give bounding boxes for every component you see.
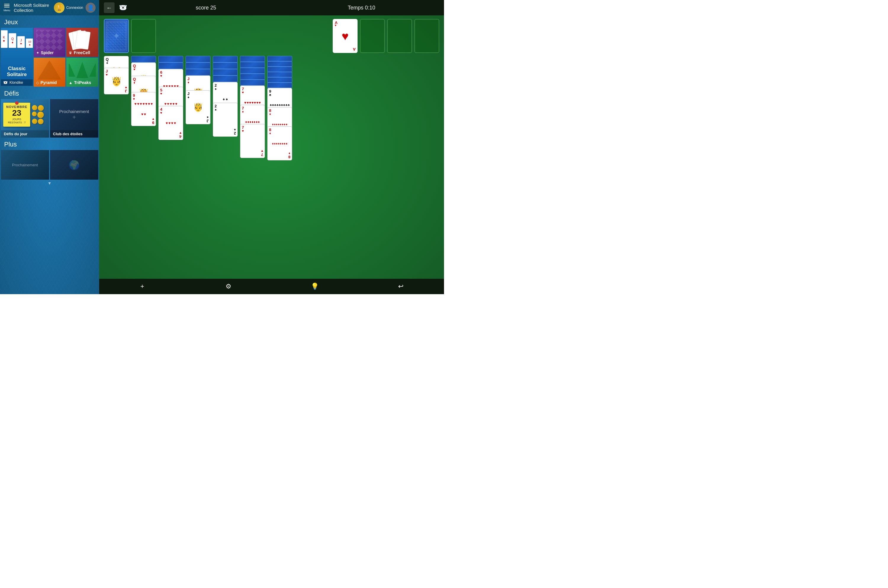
freecell-name-row: ♛ FreeCell — [69, 50, 96, 55]
card-back-col6-3 — [240, 68, 265, 74]
tableau-column-1: Q ♠ 👑 Q ♠ J ♥ — [104, 56, 129, 94]
card-back-col3-1 — [158, 56, 183, 63]
plus-icon: + — [72, 114, 76, 121]
stars-challenge-label: Club des étoiles — [50, 130, 98, 138]
challenge-tile-daily[interactable]: NOVEMBRE 23 JOURSRESTANTS : 7 D — [1, 99, 49, 138]
connexion-text[interactable]: Connexion — [66, 6, 83, 10]
pyramid-name-row: ◇ Pyramid — [36, 80, 63, 85]
card-back-col6-4 — [240, 74, 265, 80]
foundation-4[interactable] — [414, 19, 439, 53]
plus-tile-1[interactable]: Prochainement — [1, 150, 49, 180]
foundation-3[interactable] — [387, 19, 412, 53]
card-back-col2 — [131, 56, 156, 63]
game-tile-freecell[interactable]: ♛ FreeCell — [66, 28, 98, 57]
tableau-column-3: 6♥ ♥♥ ♥♥ ♥♥ 6♥ 5♥ ♥♥ ♥♥♥ 5♥ — [158, 56, 183, 140]
tableau-column-4: J♦ 🤴 J♦ J♠ 🤴 J♠ — [186, 56, 210, 124]
tripeaks-label: TriPeaks — [74, 80, 91, 85]
undo-icon: ↩ — [398, 283, 404, 290]
score-label: score — [196, 5, 208, 10]
tableau: Q ♠ 👑 Q ♠ J ♥ — [104, 56, 439, 275]
calendar-area: NOVEMBRE 23 JOURSRESTANTS : 7 — [1, 99, 49, 130]
classic-title: Classic Solitaire — [1, 64, 33, 79]
calendar-note: NOVEMBRE 23 JOURSRESTANTS : 7 — [3, 103, 30, 126]
card-back-col5-4 — [213, 75, 238, 82]
card-back-col3-2 — [158, 63, 183, 69]
challenges-grid: NOVEMBRE 23 JOURSRESTANTS : 7 D — [0, 99, 99, 138]
polar-bear-icon: 🐻‍❄️ — [117, 2, 128, 13]
card-back-col7-3 — [267, 67, 292, 72]
mini-card: K♥ — [1, 30, 8, 48]
mini-card: Q♦ — [9, 33, 16, 48]
undo-button[interactable]: ↩ — [395, 280, 407, 292]
spider-name-row: ✦ Spider — [36, 50, 63, 55]
card-back-col5-3 — [213, 69, 238, 75]
scroll-indicator: ▼ — [0, 180, 99, 187]
game-tile-tripeaks[interactable]: ▲ TriPeaks — [66, 58, 98, 87]
classic-subtitle: 🐻‍❄️ Klondike — [1, 79, 33, 86]
menu-button[interactable]: Menu — [3, 4, 10, 12]
game-toolbar: + ⚙ 💡 ↩ — [99, 279, 444, 294]
right-panel: ← 🐻‍❄️ score 25 Temps 0:10 ✦ — [99, 0, 444, 294]
timer-display: Temps 0:10 — [284, 5, 440, 11]
klondike-icon: 🐻‍❄️ — [3, 81, 8, 85]
add-icon: + — [140, 283, 144, 290]
mini-card: J♥ — [17, 36, 25, 48]
score-value: 25 — [210, 5, 216, 10]
plus-tile-2-icon: 🌍 — [69, 160, 80, 170]
app-title: Microsoft Solitaire Collection — [14, 3, 54, 13]
left-panel: Menu Microsoft Solitaire Collection 🏆 Co… — [0, 0, 99, 294]
freecell-visual — [69, 30, 96, 50]
card-4-hearts[interactable]: 4♥ ♥♥ ♥♥ 4♥ — [158, 106, 183, 140]
card-jack-hearts-col1[interactable]: J ♥ 🤴 J ♥ — [104, 68, 129, 94]
tripeaks-visual — [69, 60, 96, 80]
daily-challenge-label: Défis du jour — [1, 130, 49, 138]
plus-tile-1-text: Prochainement — [12, 163, 38, 167]
card-back-col6-5 — [240, 80, 265, 86]
settings-button[interactable]: ⚙ — [223, 280, 234, 292]
time-label: Temps — [348, 5, 363, 10]
challenges-section-label: Défis — [0, 87, 99, 99]
mini-card: 10♠ — [26, 39, 33, 48]
game-tile-pyramid[interactable]: ◇ Pyramid — [34, 58, 66, 87]
games-grid: K♥ Q♦ J♥ 10♠ Classic Solitaire 🐻‍❄️ Klon — [0, 28, 99, 87]
card-back-col6-1 — [240, 56, 265, 62]
cal-day: 23 — [6, 109, 27, 118]
stock-pile[interactable]: ✦ — [104, 19, 129, 53]
klondike-label: Klondike — [9, 81, 23, 85]
menu-label: Menu — [3, 9, 10, 12]
challenge-tile-stars[interactable]: Prochainement + Club des étoiles — [50, 99, 98, 138]
card-8-diamonds-2[interactable]: 8♦ ♦♦♦♦ ♦♦♦♦ 8♦ — [267, 126, 292, 160]
pyramid-visual — [36, 60, 63, 80]
tripeaks-icon: ▲ — [69, 81, 72, 85]
foundation-2[interactable] — [360, 19, 385, 53]
tableau-column-2: Q ♥ 👸 Q ♥ Q ♦ — [131, 56, 156, 126]
tripeaks-name-row: ▲ TriPeaks — [69, 80, 96, 85]
card-2-spades-2[interactable]: 2♠ 2♠ — [213, 103, 238, 137]
avatar: 👤 — [86, 3, 96, 13]
tableau-column-7: 9♣ ♣♣♣ ♣♣♣ ♣♣♣ 9♣ 8♦ ♦♦♦♦ ♦♦♦♦ 8♦ — [267, 56, 292, 160]
card-back-col7-2 — [267, 61, 292, 67]
trophy-icon: 🏆 — [54, 2, 64, 13]
app-header: Menu Microsoft Solitaire Collection 🏆 Co… — [0, 0, 99, 15]
back-button[interactable]: ← — [104, 2, 114, 13]
card-back-col4-3 — [186, 69, 210, 75]
foundation-1[interactable]: A ♥ ♥ A — [333, 19, 358, 53]
card-back-col4-1 — [186, 56, 210, 63]
game-header: ← 🐻‍❄️ score 25 Temps 0:10 — [99, 0, 444, 15]
add-button[interactable]: + — [136, 280, 148, 292]
game-tile-spider[interactable]: ✦ Spider — [34, 28, 66, 57]
plus-grid: Prochainement 🌍 — [0, 150, 99, 180]
card-7-hearts-2[interactable]: 7♥ 7♥ — [240, 124, 265, 158]
tableau-column-6: 7♥ ♥♥♥ ♥♥♥♥ 7♥ 7♦ ♦♦♦ ♦♦♦♦ 7♦ — [240, 56, 265, 158]
card-9-hearts[interactable]: 9 ♥ ♥♥♥ ♥♥♥ ♥♥♥ 9 ♥ — [131, 92, 156, 126]
game-tile-classic[interactable]: K♥ Q♦ J♥ 10♠ Classic Solitaire 🐻‍❄️ Klon — [1, 28, 33, 86]
games-section-label: Jeux — [0, 15, 99, 28]
plus-tile-2[interactable]: 🌍 — [50, 150, 98, 180]
star-visual: Prochainement + — [50, 99, 98, 130]
card-back-col7-5 — [267, 77, 292, 82]
spider-icon: ✦ — [36, 51, 39, 55]
card-jack-spades[interactable]: J♠ 🤴 J♠ — [186, 90, 210, 124]
hint-button[interactable]: 💡 — [309, 280, 321, 292]
waste-pile[interactable] — [131, 19, 156, 53]
card-back-col5-1 — [213, 56, 238, 63]
